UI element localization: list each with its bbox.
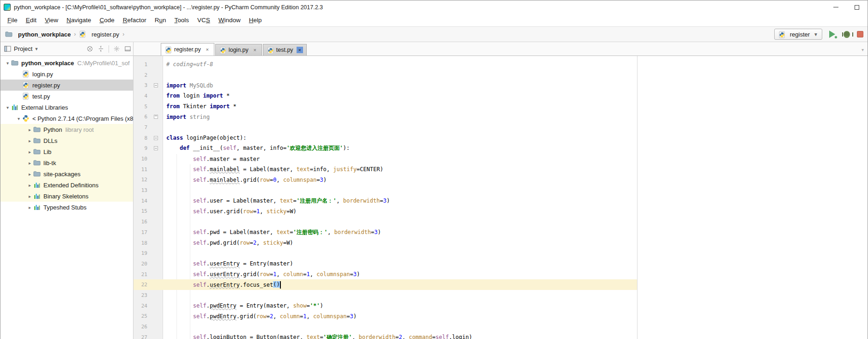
hide-panel-icon[interactable] <box>124 45 131 52</box>
run-button[interactable] <box>829 31 837 38</box>
gutter-cell[interactable]: 14 <box>134 196 163 206</box>
code-line[interactable]: 16 <box>134 216 868 227</box>
code-line[interactable]: 5from Tkinter import * <box>134 101 868 112</box>
code-line[interactable]: 23 <box>134 290 868 301</box>
tab-login-py[interactable]: login.py× <box>215 44 262 55</box>
menu-item-run[interactable]: Run <box>151 15 170 25</box>
gutter-cell[interactable]: 15 <box>134 206 163 217</box>
tab-test-py[interactable]: test.py× <box>263 44 307 55</box>
code-fold-icon[interactable] <box>154 83 158 87</box>
collapse-all-icon[interactable] <box>97 45 104 52</box>
chevron-right-icon[interactable]: ▸ <box>26 205 33 210</box>
code-line[interactable]: 6import string <box>134 111 868 122</box>
project-panel-title[interactable]: Project <box>14 45 32 52</box>
tab-close-icon[interactable]: × <box>297 47 303 53</box>
gutter-cell[interactable]: 8 <box>134 133 163 143</box>
breadcrumb-project[interactable]: python_workplace <box>18 31 71 38</box>
chevron-right-icon[interactable]: ▸ <box>26 138 33 143</box>
tree-item-binary-skeletons[interactable]: ▸Binary Skeletons <box>0 191 133 202</box>
breadcrumb-file[interactable]: register.py <box>91 31 119 38</box>
code-line[interactable]: 4from login import * <box>134 91 868 101</box>
gutter-cell[interactable]: 12 <box>134 175 163 185</box>
tree-item-python-2-7-14-c-program-files-x8[interactable]: ▾< Python 2.7.14 (C:\Program Files (x8 <box>0 113 133 124</box>
tab-register-py[interactable]: register.py× <box>161 43 214 55</box>
gutter-cell[interactable]: 22 <box>134 279 163 290</box>
code-line[interactable]: 14 self.user = Label(master, text='注册用户名… <box>134 196 868 206</box>
tree-item-lib-tk[interactable]: ▸lib-tk <box>0 157 133 168</box>
gutter-cell[interactable]: 4 <box>134 91 163 101</box>
code-line[interactable]: 22 self.userEntry.focus_set() <box>134 279 868 290</box>
gutter-cell[interactable]: 16 <box>134 216 163 227</box>
tree-item-extended-definitions[interactable]: ▸Extended Definitions <box>0 179 133 191</box>
tree-item-python[interactable]: ▸Pythonlibrary root <box>0 124 133 135</box>
gutter-cell[interactable]: 24 <box>134 301 163 311</box>
code-fold-icon[interactable] <box>154 136 158 140</box>
gutter-cell[interactable]: 11 <box>134 164 163 175</box>
menu-item-vcs[interactable]: VCS <box>193 15 214 25</box>
tab-list-icon[interactable]: ▾ <box>862 47 864 52</box>
gutter-cell[interactable]: 19 <box>134 248 163 259</box>
minimize-button[interactable] <box>825 0 846 14</box>
tree-item-login-py[interactable]: login.py <box>0 68 133 80</box>
chevron-right-icon[interactable]: ▸ <box>26 183 33 188</box>
chevron-right-icon[interactable]: ▸ <box>26 149 33 154</box>
code-fold-icon[interactable] <box>154 146 158 150</box>
menu-item-refactor[interactable]: Refactor <box>119 15 151 25</box>
maximize-button[interactable] <box>846 0 868 14</box>
code-line[interactable]: 11 self.mainlabel = Label(master, text=i… <box>134 164 868 175</box>
run-configuration-select[interactable]: register ▼ <box>774 29 822 40</box>
gutter-cell[interactable]: 23 <box>134 290 163 301</box>
stop-button[interactable] <box>857 31 863 37</box>
menu-item-help[interactable]: Help <box>245 15 266 25</box>
code-line[interactable]: 9 def __init__(self, master, info='欢迎您进入… <box>134 143 868 154</box>
chevron-right-icon[interactable]: ▸ <box>26 172 33 177</box>
gutter-cell[interactable]: 20 <box>134 259 163 269</box>
gutter-cell[interactable]: 13 <box>134 185 163 196</box>
gutter-cell[interactable]: 17 <box>134 227 163 238</box>
tree-item-dlls[interactable]: ▸DLLs <box>0 135 133 146</box>
gutter-cell[interactable]: 2 <box>134 70 163 80</box>
menu-item-tools[interactable]: Tools <box>170 15 193 25</box>
gutter-cell[interactable]: 21 <box>134 269 163 280</box>
code-line[interactable]: 12 self.mainlabel.grid(row=0, columnspan… <box>134 175 868 185</box>
code-line[interactable]: 27 self.loginButton = Button(master, tex… <box>134 332 868 339</box>
tab-close-icon[interactable]: × <box>204 46 211 53</box>
code-line[interactable]: 24 self.pwdEntry = Entry(master, show='*… <box>134 301 868 311</box>
code-line[interactable]: 18 self.pwd.grid(row=2, sticky=W) <box>134 238 868 248</box>
tree-item-external-libraries[interactable]: ▾External Libraries <box>0 102 133 113</box>
chevron-right-icon[interactable]: ▸ <box>26 127 33 132</box>
gutter-cell[interactable]: 5 <box>134 101 163 112</box>
code-line[interactable]: 13 <box>134 185 868 196</box>
locate-icon[interactable] <box>86 45 93 52</box>
chevron-down-icon[interactable]: ▾ <box>4 61 11 66</box>
tree-item-lib[interactable]: ▸Lib <box>0 146 133 157</box>
gutter-cell[interactable]: 25 <box>134 311 163 322</box>
code-line[interactable]: 3import MySQLdb <box>134 80 868 91</box>
gutter-cell[interactable]: 27 <box>134 332 163 339</box>
code-line[interactable]: 10 self.master = master <box>134 154 868 164</box>
code-line[interactable]: 8class loginPage(object): <box>134 133 868 143</box>
gutter-cell[interactable]: 26 <box>134 321 163 332</box>
chevron-down-icon[interactable]: ▼ <box>34 47 38 51</box>
menu-item-edit[interactable]: Edit <box>22 15 41 25</box>
code-line[interactable]: 17 self.pwd = Label(master, text='注册密码：'… <box>134 227 868 238</box>
settings-gear-icon[interactable] <box>113 45 120 52</box>
menu-item-file[interactable]: File <box>3 15 22 25</box>
code-line[interactable]: 1# coding=utf-8 <box>134 59 868 70</box>
menu-item-navigate[interactable]: Navigate <box>62 15 95 25</box>
menu-item-window[interactable]: Window <box>214 15 245 25</box>
code-line[interactable]: 21 self.userEntry.grid(row=1, column=1, … <box>134 269 868 280</box>
code-fold-icon[interactable] <box>154 115 158 119</box>
chevron-right-icon[interactable]: ▸ <box>26 160 33 166</box>
tree-item-typeshed-stubs[interactable]: ▸Typeshed Stubs <box>0 202 133 213</box>
menu-item-code[interactable]: Code <box>95 15 118 25</box>
code-line[interactable]: 2 <box>134 70 868 80</box>
tab-close-icon[interactable]: × <box>252 47 258 53</box>
menu-item-view[interactable]: View <box>41 15 62 25</box>
code-line[interactable]: 26 <box>134 321 868 332</box>
tree-item-site-packages[interactable]: ▸site-packages <box>0 168 133 179</box>
tree-item-python-workplace[interactable]: ▾python_workplaceC:\MyProfile\01_sof <box>0 57 133 68</box>
code-line[interactable]: 20 self.userEntry = Entry(master) <box>134 259 868 269</box>
chevron-right-icon[interactable]: ▸ <box>26 194 33 199</box>
code-line[interactable]: 7 <box>134 122 868 133</box>
